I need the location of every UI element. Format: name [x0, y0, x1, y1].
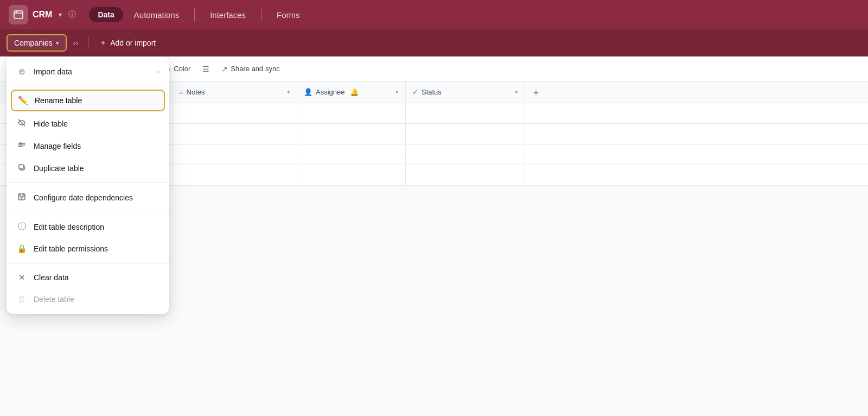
- menu-item-duplicate-table[interactable]: Duplicate table: [7, 157, 169, 179]
- bell-icon: 🔔: [350, 88, 359, 96]
- configure-date-icon: [16, 192, 27, 203]
- app-logo: [9, 5, 28, 24]
- status-col-label: Status: [422, 88, 442, 96]
- row-4-status[interactable]: [406, 165, 525, 185]
- delete-table-label: Delete table: [34, 295, 74, 304]
- status-col-icon: ✓: [412, 88, 418, 96]
- menu-item-rename-table[interactable]: ✏️ Rename table: [11, 90, 165, 111]
- more-tables-button[interactable]: ‹›: [69, 35, 82, 51]
- header-assignee[interactable]: 👤 Assignee 🔔 ▾: [297, 81, 406, 103]
- share-sync-button[interactable]: ↗ Share and sync: [216, 61, 285, 77]
- topbar: CRM ▾ ⓘ Data Automations Interfaces Form…: [0, 0, 868, 29]
- import-arrow-icon: ›: [157, 68, 159, 75]
- duplicate-table-label: Duplicate table: [34, 164, 84, 173]
- tablebar-divider: [88, 36, 88, 49]
- row-2-assignee[interactable]: [297, 124, 406, 144]
- row-2-notes[interactable]: [173, 124, 297, 144]
- list-button[interactable]: ☰: [197, 61, 215, 77]
- svg-rect-0: [14, 11, 23, 18]
- tablebar: Companies ▾ ‹› ＋ Add or import: [0, 29, 868, 56]
- row-4-notes[interactable]: [173, 165, 297, 185]
- color-label: Color: [174, 65, 190, 73]
- assignee-col-icon: 👤: [304, 88, 312, 96]
- share-sync-label: Share and sync: [231, 65, 279, 73]
- rename-icon: ✏️: [17, 96, 28, 105]
- add-import-label: Add or import: [110, 39, 156, 47]
- edit-permissions-icon: 🔒: [16, 244, 27, 254]
- edit-description-icon: ⓘ: [16, 222, 27, 232]
- plus-icon: ＋: [99, 38, 107, 48]
- clear-data-label: Clear data: [34, 273, 69, 282]
- edit-description-label: Edit table description: [34, 223, 104, 231]
- row-1-notes[interactable]: [173, 103, 297, 123]
- header-status[interactable]: ✓ Status ▾: [406, 81, 525, 103]
- menu-divider-2: [7, 182, 169, 183]
- app-name: CRM: [33, 10, 52, 20]
- import-icon: ⊕: [16, 67, 27, 77]
- row-1-assignee[interactable]: [297, 103, 406, 123]
- row-2-status[interactable]: [406, 124, 525, 144]
- row-3-notes[interactable]: [173, 144, 297, 165]
- menu-divider-3: [7, 212, 169, 212]
- nav-forms[interactable]: Forms: [270, 7, 307, 23]
- assignee-col-label: Assignee: [316, 88, 344, 96]
- menu-item-edit-description[interactable]: ⓘ Edit table description: [7, 216, 169, 238]
- data-button[interactable]: Data: [89, 7, 123, 22]
- menu-divider-1: [7, 86, 169, 86]
- notes-col-chevron: ▾: [287, 89, 290, 96]
- status-col-chevron: ▾: [515, 89, 518, 96]
- list-icon: ☰: [202, 65, 209, 73]
- add-import-button[interactable]: ＋ Add or import: [94, 35, 161, 51]
- menu-item-manage-fields[interactable]: Manage fields: [7, 135, 169, 157]
- svg-rect-7: [19, 165, 23, 169]
- row-3-status[interactable]: [406, 144, 525, 165]
- notes-col-label: Notes: [187, 88, 205, 96]
- table-context-menu: ⊕ Import data › ✏️ Rename table Hide tab…: [7, 56, 169, 314]
- import-data-label: Import data: [34, 67, 72, 76]
- add-column-button[interactable]: ＋: [525, 81, 547, 103]
- duplicate-icon: [16, 163, 27, 173]
- row-3-assignee[interactable]: [297, 144, 406, 165]
- manage-fields-icon: [16, 141, 27, 151]
- header-notes[interactable]: ≡ Notes ▾: [173, 81, 297, 103]
- clear-data-icon: ✕: [16, 273, 27, 282]
- menu-item-import-data[interactable]: ⊕ Import data ›: [7, 61, 169, 83]
- rename-table-label: Rename table: [35, 96, 82, 105]
- nav-automations[interactable]: Automations: [127, 7, 186, 23]
- menu-item-configure-date[interactable]: Configure date dependencies: [7, 186, 169, 209]
- row-1-status[interactable]: [406, 103, 525, 123]
- delete-icon: 🗑: [16, 294, 27, 304]
- menu-item-delete-table: 🗑 Delete table: [7, 288, 169, 310]
- menu-item-hide-table[interactable]: Hide table: [7, 112, 169, 135]
- hide-icon: [16, 118, 27, 129]
- share-icon: ↗: [221, 65, 228, 73]
- hide-table-label: Hide table: [34, 119, 68, 128]
- companies-tab-label: Companies: [14, 39, 53, 47]
- configure-date-label: Configure date dependencies: [34, 193, 133, 202]
- manage-fields-label: Manage fields: [34, 142, 81, 150]
- menu-divider-4: [7, 263, 169, 263]
- nav-interfaces[interactable]: Interfaces: [203, 7, 252, 23]
- assignee-col-chevron: ▾: [395, 89, 399, 96]
- menu-item-clear-data[interactable]: ✕ Clear data: [7, 267, 169, 288]
- nav-divider: [194, 8, 195, 21]
- companies-tab[interactable]: Companies ▾: [7, 34, 67, 52]
- edit-permissions-label: Edit table permissions: [34, 244, 108, 253]
- nav-divider-2: [261, 8, 261, 21]
- app-chevron-icon[interactable]: ▾: [59, 11, 62, 18]
- info-icon[interactable]: ⓘ: [68, 10, 76, 20]
- svg-rect-8: [18, 194, 25, 200]
- menu-item-edit-permissions[interactable]: 🔒 Edit table permissions: [7, 238, 169, 260]
- notes-col-icon: ≡: [179, 88, 183, 96]
- companies-tab-chevron: ▾: [56, 40, 59, 47]
- row-4-assignee[interactable]: [297, 165, 406, 185]
